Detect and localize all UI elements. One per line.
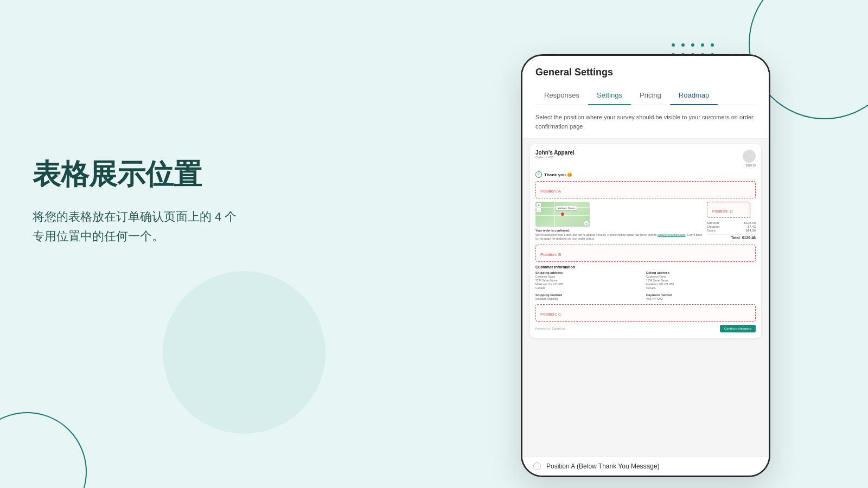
map-line-v2 bbox=[571, 202, 571, 227]
preview-header-row: John's Apparel Order of #50 $128.00 bbox=[535, 150, 756, 167]
position-b-box: Position: B bbox=[535, 245, 756, 262]
order-summary-mini: $128.00 bbox=[743, 150, 756, 167]
continue-shopping-btn[interactable]: Continue shopping bbox=[720, 325, 756, 332]
store-name-mini: John's Apparel Order of #50 bbox=[535, 150, 574, 167]
summary-lines: Subtotal $128.00 Shipping $7.42 Taxes $1… bbox=[707, 221, 756, 232]
shipping-line4: Canada bbox=[535, 286, 645, 290]
tab-pricing[interactable]: Pricing bbox=[631, 87, 670, 105]
dot bbox=[701, 43, 704, 47]
map-summary-row: Markham, Ontario + − ◎ bbox=[535, 202, 756, 241]
billing-address-col: Billing address Customer Name 1234 Stree… bbox=[646, 271, 756, 290]
map-zoom-in: + bbox=[537, 203, 541, 207]
decorative-blob bbox=[163, 271, 326, 434]
shipping-line1: Customer Name bbox=[535, 275, 645, 279]
billing-line1: Customer Name bbox=[646, 275, 756, 279]
tab-settings[interactable]: Settings bbox=[588, 87, 631, 105]
payment-method-value: Visa •••• 4242 bbox=[646, 297, 756, 301]
shipping-line: Shipping $7.42 bbox=[707, 225, 756, 228]
map-locate: ◎ bbox=[584, 221, 589, 226]
dot bbox=[711, 43, 714, 47]
settings-panel: General Settings Responses Settings Pric… bbox=[522, 56, 769, 476]
order-status-detail: We've accepted your order, and we're get… bbox=[535, 233, 702, 241]
map-pin bbox=[561, 213, 564, 216]
map-mini: Markham, Ontario + − ◎ bbox=[535, 202, 590, 227]
map-zoom-out: − bbox=[537, 208, 541, 212]
bottom-actions-row: Powered by / Contact us Continue shoppin… bbox=[535, 325, 756, 332]
order-status-text: Your order is confirmed. We've accepted … bbox=[535, 229, 704, 241]
phone-frame: General Settings Responses Settings Pric… bbox=[521, 54, 770, 477]
dot bbox=[691, 43, 694, 47]
preview-card: John's Apparel Order of #50 $128.00 ✓ Th… bbox=[530, 144, 761, 338]
total-line: Total $129.46 bbox=[707, 234, 756, 240]
position-option-row: Position A (Below Thank You Message) bbox=[522, 457, 769, 476]
map-label: Markham, Ontario bbox=[556, 206, 577, 210]
dot bbox=[672, 43, 675, 47]
map-line-v bbox=[554, 202, 555, 227]
tabs-row: Responses Settings Pricing Roadmap bbox=[535, 87, 756, 105]
preview-area: John's Apparel Order of #50 $128.00 ✓ Th… bbox=[522, 139, 769, 457]
payment-method-col: Payment method Visa •••• 4242 bbox=[646, 293, 756, 301]
settings-header: General Settings Responses Settings Pric… bbox=[522, 56, 769, 105]
page-title: 表格展示位置 bbox=[33, 157, 358, 191]
billing-line2: 1234 Street Name bbox=[646, 279, 756, 282]
subtotal-line: Subtotal $128.00 bbox=[707, 221, 756, 224]
tab-responses[interactable]: Responses bbox=[535, 87, 588, 105]
radio-position-a[interactable] bbox=[533, 463, 541, 470]
taxes-line: Taxes $14.06 bbox=[707, 229, 756, 232]
page-subtitle: 将您的表格放在订单确认页面上的 4 个专用位置中的任何一个。 bbox=[33, 207, 358, 245]
shipping-line2: 1234 Street Name bbox=[535, 279, 645, 282]
shipping-method-value: Standard Shipping bbox=[535, 297, 645, 301]
shipping-address-col: Shipping address Customer Name 1234 Stre… bbox=[535, 271, 645, 290]
tab-roadmap[interactable]: Roadmap bbox=[670, 87, 718, 105]
position-option-label: Position A (Below Thank You Message) bbox=[546, 463, 660, 470]
position-c-box: Position: C bbox=[535, 304, 756, 322]
customer-info-grid: Shipping address Customer Name 1234 Stre… bbox=[535, 271, 756, 301]
order-confirmed-row: ✓ Thank you 😊 bbox=[535, 171, 756, 178]
map-controls: + − bbox=[537, 203, 541, 212]
shipping-line3: Markham, ON L2T 0B8 bbox=[535, 282, 645, 286]
powered-by-text: Powered by / Contact us bbox=[535, 327, 565, 330]
settings-description: Select the position where your survey sh… bbox=[522, 105, 769, 139]
position-a-box: Position: A bbox=[535, 181, 756, 198]
left-col: Markham, Ontario + − ◎ bbox=[535, 202, 704, 241]
position-d-box: Position: D bbox=[707, 202, 750, 218]
shipping-method-col: Shipping method Standard Shipping bbox=[535, 293, 645, 301]
customer-info-section: Customer information Shipping address Cu… bbox=[535, 265, 756, 301]
dot bbox=[681, 43, 685, 47]
price-mini: $128.00 bbox=[743, 164, 756, 167]
settings-title: General Settings bbox=[535, 67, 756, 78]
left-content-panel: 表格展示位置 将您的表格放在订单确认页面上的 4 个专用位置中的任何一个。 bbox=[33, 157, 358, 246]
billing-line4: Canada bbox=[646, 286, 756, 290]
order-label-mini: Order of #50 bbox=[535, 156, 574, 159]
check-circle-mini: ✓ bbox=[535, 171, 542, 178]
right-col: Position: D Subtotal $128.00 Shipping bbox=[707, 202, 756, 241]
billing-line3: Markham, ON L2T 0B8 bbox=[646, 282, 756, 286]
phone-mockup: General Settings Responses Settings Pric… bbox=[521, 54, 770, 477]
avatar-mini bbox=[743, 150, 756, 163]
decorative-circle-bottom-left bbox=[0, 412, 87, 488]
order-confirmed-strong: Your order is confirmed. bbox=[535, 229, 570, 232]
